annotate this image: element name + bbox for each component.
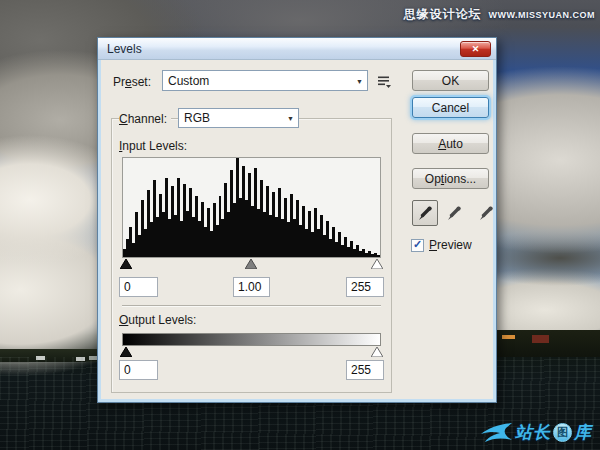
output-shadow-field[interactable]	[119, 360, 158, 380]
white-point-eyedropper[interactable]	[476, 203, 496, 223]
output-highlight-slider[interactable]	[371, 347, 383, 357]
check-icon: ✓	[413, 239, 422, 250]
auto-button[interactable]: Auto	[412, 133, 489, 154]
histogram-bars	[123, 158, 380, 257]
logo-text-prefix: 站长	[515, 421, 551, 444]
gray-point-eyedropper[interactable]	[444, 203, 464, 223]
close-button[interactable]: ✕	[460, 41, 491, 57]
output-gradient-bar	[122, 333, 381, 346]
dialog-title: Levels	[107, 42, 142, 56]
preset-list-icon	[377, 75, 391, 88]
photo-background: 思缘设计论坛 WWW.MISSYUAN.COM 站长 图 库 Levels ✕ …	[0, 0, 600, 450]
eyedropper-white-icon	[478, 205, 495, 222]
input-shadow-field[interactable]	[119, 277, 158, 297]
dropdown-arrow-icon: ▼	[356, 77, 363, 84]
channel-label: Channel:	[119, 112, 171, 126]
watermark-site-url: WWW.MISSYUAN.COM	[489, 10, 596, 20]
input-highlight-field[interactable]	[346, 277, 384, 297]
cancel-button[interactable]: Cancel	[412, 97, 489, 118]
logo-badge: 图	[553, 423, 572, 442]
levels-dialog: Levels ✕ Preset: Custom ▼ OK Cancel Auto…	[97, 37, 497, 403]
input-slider-track	[122, 259, 381, 270]
eyedropper-gray-icon	[446, 205, 463, 222]
output-highlight-field[interactable]	[346, 360, 384, 380]
input-gamma-slider[interactable]	[245, 259, 257, 269]
preset-dropdown[interactable]: Custom ▼	[162, 70, 368, 91]
preview-checkbox[interactable]: ✓	[411, 239, 424, 252]
output-slider-track	[122, 347, 381, 358]
corner-logo: 站长 图 库	[479, 420, 592, 444]
black-point-eyedropper[interactable]	[412, 200, 438, 226]
channel-dropdown[interactable]: RGB ▼	[178, 108, 299, 128]
output-levels-label: Output Levels:	[119, 313, 196, 327]
watermark: 思缘设计论坛 WWW.MISSYUAN.COM	[404, 6, 596, 23]
preset-label: Preset:	[113, 75, 151, 89]
input-levels-label: Input Levels:	[119, 139, 187, 153]
flame-swoosh-icon	[479, 420, 513, 444]
preview-label: Preview	[429, 238, 472, 252]
red-house	[532, 335, 549, 343]
preset-options-menu-button[interactable]	[375, 73, 393, 89]
options-button[interactable]: Options...	[412, 168, 489, 189]
output-shadow-slider[interactable]	[120, 347, 132, 357]
close-icon: ✕	[472, 45, 480, 54]
ok-button[interactable]: OK	[412, 70, 489, 91]
channel-value: RGB	[184, 111, 210, 125]
separator	[122, 305, 381, 306]
input-shadow-slider[interactable]	[120, 259, 132, 269]
dialog-titlebar[interactable]: Levels ✕	[98, 38, 496, 60]
preset-value: Custom	[168, 74, 209, 88]
input-highlight-slider[interactable]	[371, 259, 383, 269]
watermark-site-name: 思缘设计论坛	[404, 6, 482, 23]
logo-text-suffix: 库	[574, 421, 592, 444]
input-gamma-field[interactable]	[233, 277, 270, 297]
histogram	[122, 157, 381, 258]
dropdown-arrow-icon: ▼	[287, 115, 294, 122]
eyedropper-black-icon	[417, 205, 434, 222]
